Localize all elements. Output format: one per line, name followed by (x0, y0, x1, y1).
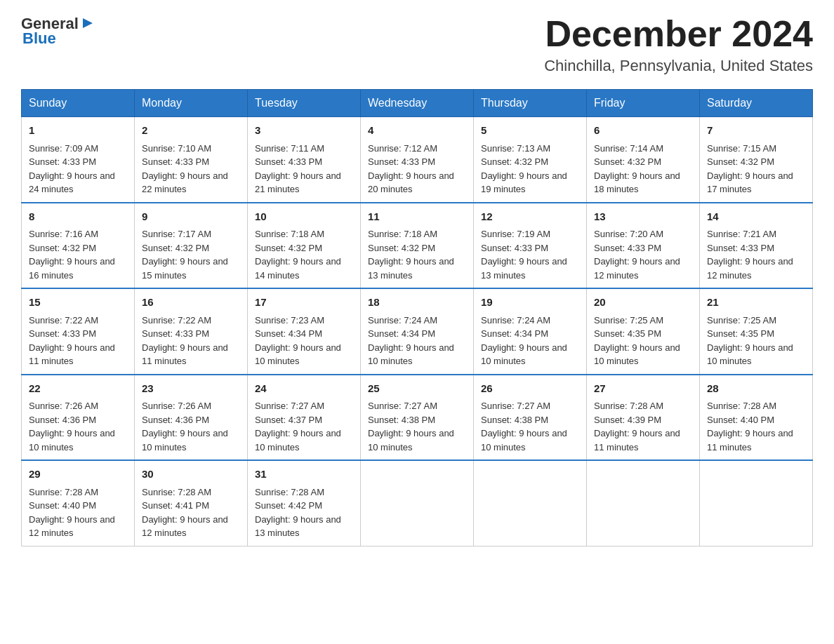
calendar-cell: 24 Sunrise: 7:27 AM Sunset: 4:37 PM Dayl… (248, 375, 361, 461)
day-number: 5 (481, 123, 579, 139)
sunrise-label: Sunrise: 7:17 AM (142, 229, 211, 239)
sunrise-label: Sunrise: 7:28 AM (29, 487, 98, 497)
calendar-cell: 11 Sunrise: 7:18 AM Sunset: 4:32 PM Dayl… (361, 203, 474, 289)
calendar-cell: 22 Sunrise: 7:26 AM Sunset: 4:36 PM Dayl… (22, 375, 135, 461)
calendar-cell: 13 Sunrise: 7:20 AM Sunset: 4:33 PM Dayl… (587, 203, 700, 289)
calendar-cell: 16 Sunrise: 7:22 AM Sunset: 4:33 PM Dayl… (135, 288, 248, 375)
calendar-cell: 3 Sunrise: 7:11 AM Sunset: 4:33 PM Dayli… (248, 117, 361, 203)
calendar-cell: 12 Sunrise: 7:19 AM Sunset: 4:33 PM Dayl… (474, 203, 587, 289)
daylight-label: Daylight: 9 hours and 10 minutes (594, 342, 680, 367)
daylight-label: Daylight: 9 hours and 10 minutes (142, 428, 228, 452)
day-number: 9 (142, 209, 240, 225)
day-number: 8 (29, 209, 127, 225)
svg-marker-0 (83, 18, 93, 28)
calendar-cell (361, 460, 474, 546)
sunset-label: Sunset: 4:40 PM (29, 500, 96, 511)
sunset-label: Sunset: 4:32 PM (142, 243, 209, 253)
sunset-label: Sunset: 4:42 PM (255, 500, 322, 511)
sunset-label: Sunset: 4:32 PM (594, 156, 661, 167)
sunset-label: Sunset: 4:35 PM (594, 328, 661, 339)
sunset-label: Sunset: 4:34 PM (481, 328, 548, 339)
sunrise-label: Sunrise: 7:15 AM (707, 143, 776, 154)
daylight-label: Daylight: 9 hours and 18 minutes (594, 170, 680, 195)
daylight-label: Daylight: 9 hours and 10 minutes (368, 342, 454, 367)
sunrise-label: Sunrise: 7:24 AM (368, 315, 437, 326)
day-number: 15 (29, 295, 127, 311)
sunset-label: Sunset: 4:35 PM (707, 328, 774, 339)
sunset-label: Sunset: 4:34 PM (368, 328, 435, 339)
daylight-label: Daylight: 9 hours and 10 minutes (255, 342, 341, 367)
sunrise-label: Sunrise: 7:09 AM (29, 143, 98, 154)
sunset-label: Sunset: 4:36 PM (142, 415, 209, 425)
calendar-cell: 20 Sunrise: 7:25 AM Sunset: 4:35 PM Dayl… (587, 288, 700, 375)
day-number: 11 (368, 209, 466, 225)
sunrise-label: Sunrise: 7:28 AM (255, 487, 324, 497)
daylight-label: Daylight: 9 hours and 21 minutes (255, 170, 341, 195)
day-number: 24 (255, 381, 353, 397)
sunrise-label: Sunrise: 7:26 AM (142, 401, 211, 411)
title-area: December 2024 Chinchilla, Pennsylvania, … (544, 14, 813, 75)
weekday-header-thursday: Thursday (474, 90, 587, 117)
calendar-cell: 26 Sunrise: 7:27 AM Sunset: 4:38 PM Dayl… (474, 375, 587, 461)
sunset-label: Sunset: 4:33 PM (481, 243, 548, 253)
calendar-cell: 7 Sunrise: 7:15 AM Sunset: 4:32 PM Dayli… (700, 117, 813, 203)
daylight-label: Daylight: 9 hours and 10 minutes (29, 428, 115, 452)
daylight-label: Daylight: 9 hours and 12 minutes (29, 514, 115, 539)
sunrise-label: Sunrise: 7:28 AM (594, 401, 663, 411)
sunrise-label: Sunrise: 7:28 AM (142, 487, 211, 497)
day-number: 20 (594, 295, 692, 311)
day-number: 21 (707, 295, 805, 311)
calendar-cell: 17 Sunrise: 7:23 AM Sunset: 4:34 PM Dayl… (248, 288, 361, 375)
sunset-label: Sunset: 4:32 PM (707, 156, 774, 167)
daylight-label: Daylight: 9 hours and 10 minutes (255, 428, 341, 452)
weekday-header-sunday: Sunday (22, 90, 135, 117)
daylight-label: Daylight: 9 hours and 12 minutes (142, 514, 228, 539)
day-number: 31 (255, 467, 353, 483)
sunset-label: Sunset: 4:38 PM (368, 415, 435, 425)
calendar-cell: 23 Sunrise: 7:26 AM Sunset: 4:36 PM Dayl… (135, 375, 248, 461)
calendar-cell: 29 Sunrise: 7:28 AM Sunset: 4:40 PM Dayl… (22, 460, 135, 546)
calendar-table: SundayMondayTuesdayWednesdayThursdayFrid… (21, 89, 813, 546)
day-number: 25 (368, 381, 466, 397)
day-number: 18 (368, 295, 466, 311)
daylight-label: Daylight: 9 hours and 14 minutes (255, 256, 341, 281)
logo-blue: Blue (22, 29, 56, 48)
sunrise-label: Sunrise: 7:25 AM (594, 315, 663, 326)
daylight-label: Daylight: 9 hours and 11 minutes (29, 342, 115, 367)
calendar-week-row: 8 Sunrise: 7:16 AM Sunset: 4:32 PM Dayli… (22, 203, 813, 289)
day-number: 12 (481, 209, 579, 225)
sunset-label: Sunset: 4:38 PM (481, 415, 548, 425)
daylight-label: Daylight: 9 hours and 11 minutes (142, 342, 228, 367)
day-number: 6 (594, 123, 692, 139)
sunset-label: Sunset: 4:32 PM (29, 243, 96, 253)
sunset-label: Sunset: 4:39 PM (594, 415, 661, 425)
day-number: 10 (255, 209, 353, 225)
calendar-cell (700, 460, 813, 546)
day-number: 4 (368, 123, 466, 139)
calendar-cell: 4 Sunrise: 7:12 AM Sunset: 4:33 PM Dayli… (361, 117, 474, 203)
daylight-label: Daylight: 9 hours and 16 minutes (29, 256, 115, 281)
sunrise-label: Sunrise: 7:27 AM (368, 401, 437, 411)
day-number: 30 (142, 467, 240, 483)
calendar-cell: 19 Sunrise: 7:24 AM Sunset: 4:34 PM Dayl… (474, 288, 587, 375)
daylight-label: Daylight: 9 hours and 13 minutes (255, 514, 341, 539)
calendar-cell: 2 Sunrise: 7:10 AM Sunset: 4:33 PM Dayli… (135, 117, 248, 203)
daylight-label: Daylight: 9 hours and 10 minutes (707, 342, 793, 367)
daylight-label: Daylight: 9 hours and 24 minutes (29, 170, 115, 195)
sunrise-label: Sunrise: 7:18 AM (368, 229, 437, 239)
calendar-cell: 21 Sunrise: 7:25 AM Sunset: 4:35 PM Dayl… (700, 288, 813, 375)
calendar-cell: 5 Sunrise: 7:13 AM Sunset: 4:32 PM Dayli… (474, 117, 587, 203)
calendar-cell: 14 Sunrise: 7:21 AM Sunset: 4:33 PM Dayl… (700, 203, 813, 289)
sunrise-label: Sunrise: 7:23 AM (255, 315, 324, 326)
day-number: 23 (142, 381, 240, 397)
sunset-label: Sunset: 4:33 PM (142, 156, 209, 167)
calendar-cell (474, 460, 587, 546)
day-number: 29 (29, 467, 127, 483)
sunset-label: Sunset: 4:32 PM (481, 156, 548, 167)
daylight-label: Daylight: 9 hours and 17 minutes (707, 170, 793, 195)
sunrise-label: Sunrise: 7:26 AM (29, 401, 98, 411)
sunset-label: Sunset: 4:33 PM (594, 243, 661, 253)
sunset-label: Sunset: 4:32 PM (255, 243, 322, 253)
sunrise-label: Sunrise: 7:20 AM (594, 229, 663, 239)
daylight-label: Daylight: 9 hours and 20 minutes (368, 170, 454, 195)
